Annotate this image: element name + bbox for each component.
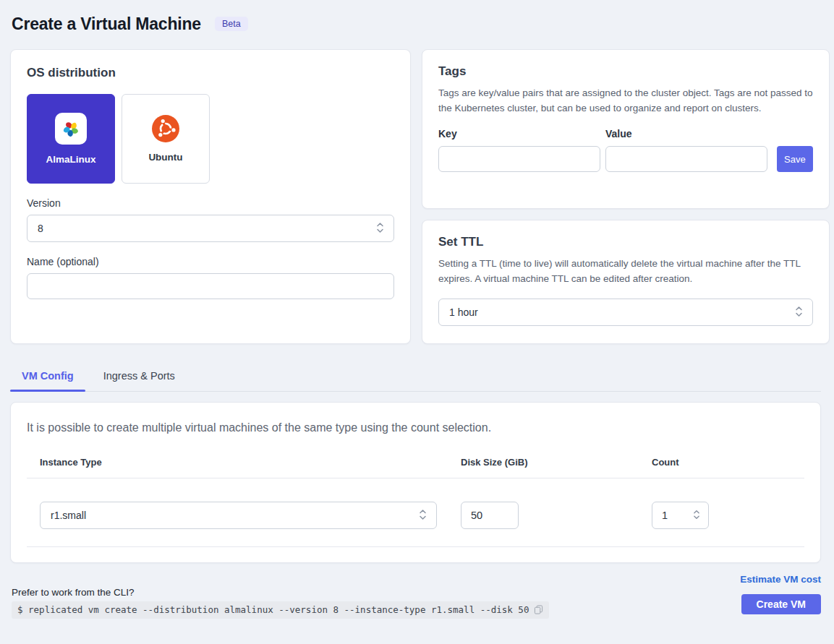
tab-ingress-ports[interactable]: Ingress & Ports <box>92 364 187 391</box>
version-select-value: 8 <box>38 223 43 234</box>
tag-key-input[interactable] <box>438 146 600 172</box>
ttl-select[interactable]: 1 hour <box>438 299 813 326</box>
cli-section: Prefer to work from the CLI? $ replicate… <box>12 587 549 619</box>
top-cards-row: OS distribution <box>10 49 821 344</box>
table-header-divider <box>27 478 804 478</box>
os-option-label: Ubuntu <box>148 152 182 163</box>
os-option-label: AlmaLinux <box>46 154 95 165</box>
cli-command-block: $ replicated vm create --distribution al… <box>12 601 549 619</box>
copy-icon[interactable] <box>534 605 543 614</box>
table-bottom-divider <box>27 546 804 547</box>
footer-actions: Estimate VM cost Create VM <box>740 574 821 614</box>
version-select[interactable]: 8 <box>27 215 394 242</box>
save-tag-button[interactable]: Save <box>777 146 813 172</box>
estimate-cost-link[interactable]: Estimate VM cost <box>740 574 821 585</box>
count-stepper[interactable]: 1 <box>652 502 709 529</box>
vm-table-header: Instance Type Disk Size (GiB) Count <box>27 457 804 468</box>
os-card-title: OS distribution <box>27 66 394 80</box>
version-label: Version <box>27 197 394 209</box>
disk-size-input[interactable] <box>461 502 519 529</box>
os-option-almalinux[interactable]: AlmaLinux <box>27 94 115 184</box>
almalinux-logo-icon <box>55 113 87 145</box>
tags-card-title: Tags <box>438 64 813 79</box>
right-column: Tags Tags are key/value pairs that are a… <box>422 49 830 344</box>
chevron-up-down-icon <box>376 221 384 236</box>
name-input[interactable] <box>27 273 394 299</box>
tab-vm-config[interactable]: VM Config <box>10 364 85 391</box>
create-vm-page: Create a Virtual Machine Beta OS distrib… <box>0 0 834 619</box>
ttl-select-value: 1 hour <box>449 306 478 318</box>
os-options: AlmaLinux <box>27 94 394 184</box>
create-vm-button[interactable]: Create VM <box>741 594 821 614</box>
vm-config-row: r1.small 1 <box>27 502 804 529</box>
chevron-up-down-icon <box>419 508 427 523</box>
page-header: Create a Virtual Machine Beta <box>12 9 821 39</box>
column-instance-type: Instance Type <box>40 457 461 468</box>
tag-value-label: Value <box>605 128 767 139</box>
config-tabs: VM Config Ingress & Ports <box>10 364 821 392</box>
tag-key-value-row: Key Value Save <box>438 128 813 172</box>
cli-command: $ replicated vm create --distribution al… <box>17 604 529 615</box>
instance-type-value: r1.small <box>51 510 86 521</box>
vm-config-card: It is possible to create multiple virtua… <box>10 402 821 563</box>
tag-key-label: Key <box>438 128 600 139</box>
page-title: Create a Virtual Machine <box>12 14 201 34</box>
chevron-up-down-icon <box>693 509 700 523</box>
instance-type-select[interactable]: r1.small <box>40 502 437 529</box>
column-disk-size: Disk Size (GiB) <box>461 457 652 468</box>
name-label: Name (optional) <box>27 256 394 267</box>
vm-config-note: It is possible to create multiple virtua… <box>27 421 804 434</box>
tags-description: Tags are key/value pairs that are assign… <box>438 86 813 116</box>
tags-card: Tags Tags are key/value pairs that are a… <box>422 49 830 209</box>
cli-prompt: Prefer to work from the CLI? <box>12 587 549 598</box>
beta-badge: Beta <box>215 17 248 32</box>
os-option-ubuntu[interactable]: Ubuntu <box>122 94 210 184</box>
set-ttl-card: Set TTL Setting a TTL (time to live) wil… <box>422 220 830 344</box>
page-footer: Prefer to work from the CLI? $ replicate… <box>10 574 821 619</box>
os-distribution-card: OS distribution <box>10 49 411 344</box>
ttl-description: Setting a TTL (time to live) will automa… <box>438 257 813 286</box>
count-value: 1 <box>662 510 668 521</box>
tag-value-input[interactable] <box>605 146 767 172</box>
column-count: Count <box>652 457 804 468</box>
chevron-up-down-icon <box>795 305 803 320</box>
ubuntu-logo-icon <box>152 115 179 142</box>
ttl-card-title: Set TTL <box>438 235 813 249</box>
